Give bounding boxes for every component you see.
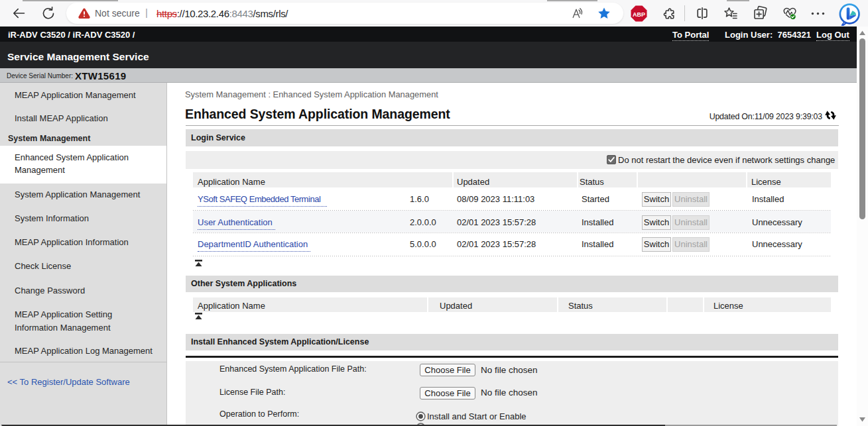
svg-text:ABP: ABP	[633, 11, 645, 18]
